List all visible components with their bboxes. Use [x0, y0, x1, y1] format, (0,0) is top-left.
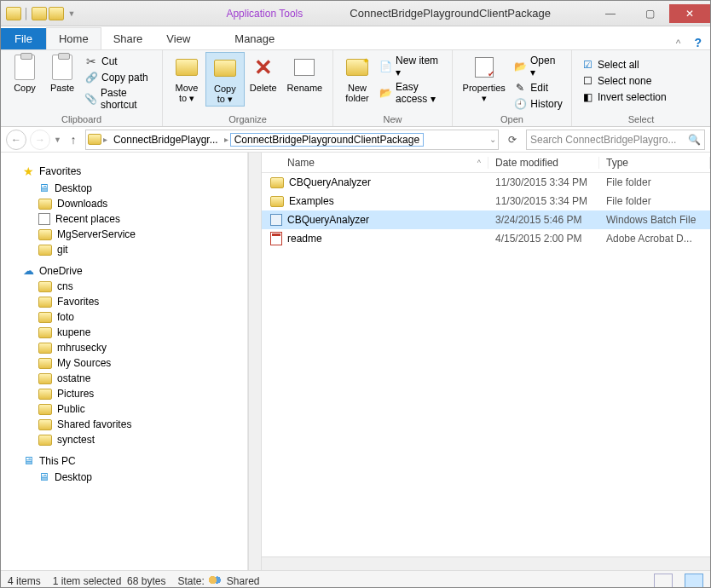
cut-button[interactable]: ✂Cut [81, 54, 157, 69]
window-title: ConnectBridgePlaygroundClientPackage [309, 7, 591, 20]
invert-selection-button[interactable]: ◧Invert selection [577, 89, 670, 105]
tree-item[interactable]: mhrusecky [9, 340, 247, 355]
open-group-label: Open [458, 112, 566, 124]
up-button[interactable]: ↑ [65, 133, 82, 147]
select-all-button[interactable]: ☑Select all [577, 57, 670, 72]
new-group-label: New [338, 112, 447, 124]
column-name[interactable]: Name^ [262, 157, 488, 169]
rename-button[interactable]: Rename [282, 52, 327, 95]
ribbon-toggle-icon[interactable]: ^ [671, 37, 686, 49]
tree-item[interactable]: Downloads [9, 196, 247, 211]
tree-thispc[interactable]: 🖥This PC [9, 453, 247, 469]
qat-dropdown-icon[interactable]: ▼ [66, 9, 78, 18]
refresh-button[interactable]: ⟳ [502, 134, 523, 146]
file-row[interactable]: CBQueryAnalyzer3/24/2015 5:46 PMWindows … [262, 210, 710, 229]
tree-item[interactable]: cns [9, 279, 247, 294]
minimize-button[interactable]: — [591, 4, 630, 23]
forward-button[interactable]: → [30, 130, 50, 150]
file-row[interactable]: Examples11/30/2015 3:34 PMFile folder [262, 192, 710, 210]
tree-item[interactable]: kupene [9, 325, 247, 340]
close-button[interactable]: ✕ [669, 4, 710, 23]
tree-item[interactable]: synctest [9, 432, 247, 447]
tree-scrollbar[interactable] [248, 153, 262, 570]
clipboard-group-label: Clipboard [6, 112, 157, 124]
tree-item[interactable]: ostatne [9, 371, 247, 386]
tree-item[interactable]: Shared favorites [9, 417, 247, 432]
column-date[interactable]: Date modified [488, 157, 599, 169]
paste-button[interactable]: Paste [43, 52, 81, 95]
contextual-tab-label: Application Tools [219, 8, 309, 20]
tree-onedrive[interactable]: ☁OneDrive [9, 262, 247, 279]
horizontal-scrollbar[interactable] [262, 556, 710, 570]
column-type[interactable]: Type [599, 157, 710, 169]
view-details-button[interactable] [654, 574, 673, 589]
new-item-button[interactable]: 📄New item ▾ [376, 54, 447, 79]
tree-item[interactable]: MgServerService [9, 227, 247, 242]
tree-item[interactable]: foto [9, 309, 247, 325]
breadcrumb[interactable]: ▸ ConnectBridgePlaygr... ▸ ConnectBridge… [85, 130, 499, 150]
status-selected: 1 item selected 68 bytes [53, 575, 166, 587]
breadcrumb-seg[interactable]: ConnectBridgePlaygr... [109, 133, 223, 147]
maximize-button[interactable]: ▢ [630, 4, 669, 23]
tree-item[interactable]: Pictures [9, 386, 247, 401]
move-to-button[interactable]: Move to ▾ [168, 52, 205, 105]
tree-item[interactable]: 🖥Desktop [9, 469, 247, 485]
breadcrumb-seg-current[interactable]: ConnectBridgePlaygroundClientPackage [230, 133, 424, 147]
file-row[interactable]: readme4/15/2015 2:00 PMAdobe Acrobat D..… [262, 229, 710, 248]
tree-item[interactable]: Recent places [9, 211, 247, 227]
tree-item[interactable]: My Sources [9, 355, 247, 371]
help-icon[interactable]: ? [685, 36, 710, 49]
view-large-button[interactable] [685, 574, 703, 589]
new-folder-button[interactable]: New folder [338, 52, 376, 105]
select-none-button[interactable]: ☐Select none [577, 73, 670, 89]
copy-to-button[interactable]: Copy to ▾ [205, 52, 245, 107]
qat-folder-icon-3[interactable] [49, 7, 64, 20]
status-item-count: 4 items [8, 575, 41, 587]
qat-folder-icon-2[interactable] [32, 7, 47, 20]
tree-item[interactable]: 🖥Desktop [9, 180, 247, 196]
tree-item[interactable]: Favorites [9, 294, 247, 309]
tree-item[interactable]: git [9, 242, 247, 257]
delete-button[interactable]: ✕Delete [245, 52, 282, 95]
organize-group-label: Organize [168, 112, 327, 124]
properties-button[interactable]: Properties ▾ [458, 52, 510, 105]
location-icon [88, 134, 101, 145]
edit-button[interactable]: ✎Edit [510, 80, 566, 95]
qat-folder-icon[interactable] [6, 7, 21, 20]
file-tab[interactable]: File [1, 28, 46, 49]
select-group-label: Select [577, 112, 705, 124]
home-tab[interactable]: Home [46, 27, 101, 49]
manage-tab[interactable]: Manage [223, 28, 286, 49]
search-input[interactable]: Search ConnectBridgePlaygro... 🔍 [526, 130, 705, 150]
breadcrumb-dropdown-icon[interactable]: ⌄ [489, 135, 496, 144]
view-tab[interactable]: View [154, 28, 202, 49]
tree-favorites[interactable]: ★Favorites [9, 163, 247, 180]
share-tab[interactable]: Share [101, 28, 155, 49]
easy-access-button[interactable]: 📂Easy access ▾ [376, 80, 447, 106]
copy-path-button[interactable]: 🔗Copy path [81, 70, 157, 85]
back-button[interactable]: ← [6, 130, 26, 150]
shared-icon [208, 575, 223, 587]
status-state: State:Shared [177, 575, 259, 587]
qat-sep: │ [23, 8, 30, 20]
tree-item[interactable]: Public [9, 401, 247, 417]
history-button[interactable]: 🕘History [510, 96, 566, 112]
recent-locations-icon[interactable]: ▼ [54, 135, 61, 144]
search-icon: 🔍 [688, 134, 701, 146]
paste-shortcut-button[interactable]: 📎Paste shortcut [81, 86, 157, 112]
nav-tree[interactable]: ★Favorites 🖥DesktopDownloadsRecent place… [1, 153, 248, 570]
file-row[interactable]: CBQueryAnalyzer11/30/2015 3:34 PMFile fo… [262, 173, 710, 192]
copy-button[interactable]: Copy [6, 52, 43, 95]
open-button[interactable]: 📂Open ▾ [510, 54, 566, 79]
